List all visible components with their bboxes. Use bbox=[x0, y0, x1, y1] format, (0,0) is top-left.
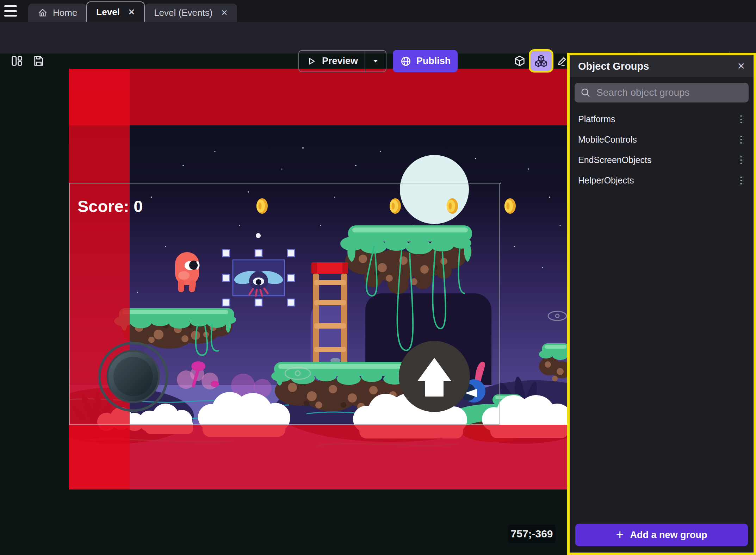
group-label: MobileControls bbox=[578, 135, 637, 145]
panel-spacer bbox=[570, 191, 754, 524]
preview-options-caret[interactable] bbox=[365, 51, 386, 71]
moon[interactable] bbox=[400, 155, 469, 224]
selected-enemy-fly[interactable] bbox=[233, 260, 284, 296]
publish-label: Publish bbox=[416, 56, 451, 67]
panel-title: Object Groups bbox=[578, 61, 649, 72]
object-group-list: Platforms ⋮ MobileControls ⋮ EndScreenOb… bbox=[570, 106, 754, 191]
coin bbox=[447, 198, 458, 214]
hamburger-icon bbox=[4, 5, 17, 7]
save-icon[interactable] bbox=[31, 53, 47, 69]
coin bbox=[390, 198, 401, 214]
red-band-bottom bbox=[69, 425, 568, 489]
joystick-control[interactable] bbox=[99, 343, 167, 411]
tab-label: Level bbox=[96, 7, 120, 18]
tab-label: Home bbox=[53, 7, 77, 18]
group-label: Platforms bbox=[578, 114, 615, 124]
group-label: HelperObjects bbox=[578, 175, 634, 186]
tab-home[interactable]: Home bbox=[28, 4, 86, 22]
group-row-mobilecontrols[interactable]: MobileControls ⋮ bbox=[570, 129, 754, 150]
main-menu-button[interactable] bbox=[4, 5, 17, 17]
chevron-down-icon bbox=[371, 57, 380, 66]
level-editor-window: Score: 0 bbox=[0, 0, 756, 555]
group-row-endscreenobjects[interactable]: EndScreenObjects ⋮ bbox=[570, 150, 754, 170]
tab-level[interactable]: Level ✕ bbox=[86, 1, 145, 22]
tab-level-events[interactable]: Level (Events) ✕ bbox=[145, 4, 237, 22]
red-band-top bbox=[69, 69, 568, 125]
add-new-group-button[interactable]: + Add a new group bbox=[575, 524, 748, 546]
search-box[interactable] bbox=[575, 83, 749, 102]
coin bbox=[256, 198, 268, 214]
object-groups-search-input[interactable] bbox=[596, 87, 743, 99]
close-tab-icon[interactable]: ✕ bbox=[221, 9, 228, 17]
open-panels-icon[interactable] bbox=[9, 53, 25, 69]
cursor-position-indicator: 757;-369 bbox=[508, 524, 556, 543]
search-icon bbox=[580, 87, 591, 98]
home-icon bbox=[37, 7, 48, 18]
kebab-menu-icon[interactable]: ⋮ bbox=[734, 113, 748, 125]
coin bbox=[504, 198, 516, 214]
panel-header: Object Groups ✕ bbox=[570, 55, 754, 77]
play-icon bbox=[306, 56, 317, 67]
score-label: Score: 0 bbox=[78, 197, 143, 216]
object-groups-panel: Object Groups ✕ Platforms ⋮ MobileContro… bbox=[567, 53, 756, 555]
rotation-handle-dot[interactable] bbox=[256, 233, 261, 238]
group-row-helperobjects[interactable]: HelperObjects ⋮ bbox=[570, 170, 754, 191]
publish-button[interactable]: Publish bbox=[393, 50, 458, 72]
toolbar: Preview Publish bbox=[0, 22, 756, 54]
preview-label: Preview bbox=[322, 56, 358, 67]
close-panel-icon[interactable]: ✕ bbox=[736, 59, 746, 73]
add-button-label: Add a new group bbox=[630, 530, 707, 541]
objects-panel-icon[interactable] bbox=[512, 53, 527, 69]
kebab-menu-icon[interactable]: ⋮ bbox=[734, 175, 748, 186]
tab-bar: Home Level ✕ Level (Events) ✕ bbox=[0, 0, 756, 22]
group-label: EndScreenObjects bbox=[578, 155, 651, 165]
kebab-menu-icon[interactable]: ⋮ bbox=[734, 154, 748, 166]
group-row-platforms[interactable]: Platforms ⋮ bbox=[570, 109, 754, 129]
close-tab-icon[interactable]: ✕ bbox=[128, 8, 135, 16]
tab-label: Level (Events) bbox=[154, 7, 212, 18]
object-groups-panel-icon[interactable] bbox=[531, 51, 552, 71]
kebab-menu-icon[interactable]: ⋮ bbox=[734, 134, 748, 145]
jump-button[interactable] bbox=[399, 341, 470, 412]
preview-button[interactable]: Preview bbox=[298, 50, 386, 72]
globe-icon bbox=[400, 55, 412, 67]
